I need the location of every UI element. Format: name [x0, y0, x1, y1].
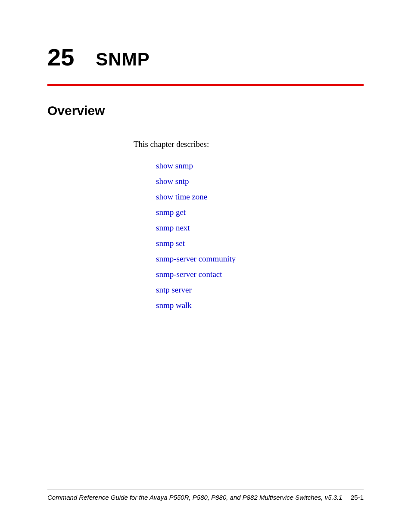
link-snmp-set[interactable]: snmp set [156, 239, 364, 248]
page-footer: Command Reference Guide for the Avaya P5… [47, 489, 364, 501]
footer-page-number: 25-1 [351, 494, 364, 501]
link-show-time-zone[interactable]: show time zone [156, 192, 364, 202]
footer-content: Command Reference Guide for the Avaya P5… [47, 494, 364, 501]
chapter-number: 25 [47, 43, 74, 71]
chapter-rule [47, 84, 364, 86]
link-snmp-get[interactable]: snmp get [156, 208, 364, 217]
chapter-title: SNMP [96, 49, 149, 70]
link-snmp-server-community[interactable]: snmp-server community [156, 254, 364, 264]
section-title: Overview [47, 103, 364, 118]
link-snmp-server-contact[interactable]: snmp-server contact [156, 270, 364, 279]
link-show-sntp[interactable]: show sntp [156, 177, 364, 186]
chapter-header: 25 SNMP [47, 43, 364, 71]
page-content: 25 SNMP Overview This chapter describes:… [0, 0, 411, 310]
footer-rule [47, 489, 364, 489]
link-list: show snmp show sntp show time zone snmp … [156, 161, 364, 310]
link-snmp-next[interactable]: snmp next [156, 223, 364, 233]
link-snmp-walk[interactable]: snmp walk [156, 301, 364, 310]
intro-text: This chapter describes: [134, 140, 364, 149]
link-sntp-server[interactable]: sntp server [156, 285, 364, 295]
footer-guide-title: Command Reference Guide for the Avaya P5… [47, 494, 342, 501]
link-show-snmp[interactable]: show snmp [156, 161, 364, 171]
